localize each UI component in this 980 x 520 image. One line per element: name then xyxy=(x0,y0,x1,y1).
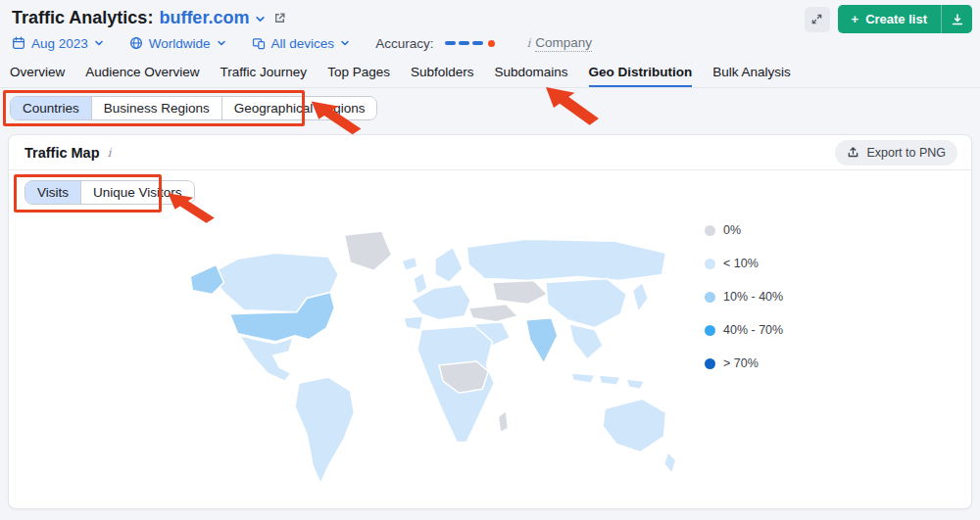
tab-geo-distribution[interactable]: Geo Distribution xyxy=(589,61,693,87)
devices-filter[interactable]: All devices xyxy=(252,36,351,51)
tab-traffic-journey[interactable]: Traffic Journey xyxy=(220,61,308,87)
traffic-map-card: Traffic Map i Export to PNG Visits Uniqu… xyxy=(8,134,972,509)
page-header: Traffic Analytics: buffer.com xyxy=(12,8,286,28)
globe-icon xyxy=(129,36,143,50)
tab-subfolders[interactable]: Subfolders xyxy=(411,61,474,87)
tab-audience-overview[interactable]: Audience Overview xyxy=(85,61,199,87)
chevron-down-icon xyxy=(340,38,350,48)
export-icon xyxy=(847,146,859,159)
info-icon[interactable]: i xyxy=(108,146,112,160)
segment-visits[interactable]: Visits xyxy=(25,181,80,204)
map-legend: 0% < 10% 10% - 40% 40% - 70% > 70% xyxy=(705,223,783,370)
filter-bar: Aug 2023 Worldwide All devices Accuracy:… xyxy=(12,33,592,53)
traffic-map-title: Traffic Map xyxy=(24,145,100,161)
tab-overview[interactable]: Overview xyxy=(10,61,65,87)
map-region-turkey-iran xyxy=(468,305,517,322)
date-filter[interactable]: Aug 2023 xyxy=(12,36,104,51)
accuracy-label: Accuracy: xyxy=(375,36,433,51)
legend-dot xyxy=(705,225,715,236)
legend-item: 10% - 40% xyxy=(705,290,783,304)
legend-item: 0% xyxy=(705,223,783,237)
segment-business-regions[interactable]: Business Regions xyxy=(91,97,221,119)
chevron-down-icon[interactable] xyxy=(255,14,266,24)
plus-icon: + xyxy=(852,12,859,26)
main-nav-tabs: Overview Audience Overview Traffic Journ… xyxy=(0,61,980,88)
map-region-mexico-central-america xyxy=(240,336,293,381)
annotation-arrow-geo-distribution-tab xyxy=(542,84,605,129)
map-region-japan xyxy=(632,282,648,311)
region-filter[interactable]: Worldwide xyxy=(129,36,226,51)
devices-icon xyxy=(252,36,266,50)
info-icon: i xyxy=(526,36,530,50)
segment-unique-visitors[interactable]: Unique Visitors xyxy=(80,181,194,204)
company-link[interactable]: i Company xyxy=(526,35,592,52)
external-link-icon[interactable] xyxy=(273,12,286,24)
tab-top-pages[interactable]: Top Pages xyxy=(327,61,390,87)
create-list-label: Create list xyxy=(865,12,927,26)
map-region-indonesia xyxy=(571,373,620,385)
legend-item: > 70% xyxy=(705,356,783,370)
analyzed-domain[interactable]: buffer.com xyxy=(159,8,249,28)
region-filter-value: Worldwide xyxy=(149,36,211,51)
legend-dot xyxy=(705,358,715,369)
date-filter-value: Aug 2023 xyxy=(31,36,88,51)
expand-button[interactable] xyxy=(805,7,830,32)
download-icon xyxy=(951,13,964,26)
create-list-button[interactable]: + Create list xyxy=(838,5,941,33)
map-region-kazakhstan xyxy=(492,280,547,304)
segment-countries[interactable]: Countries xyxy=(11,97,91,119)
map-region-papua xyxy=(626,379,644,389)
accuracy-meter: Accuracy: xyxy=(375,36,495,51)
segment-geographical-regions[interactable]: Geographical Regions xyxy=(221,97,377,119)
devices-filter-value: All devices xyxy=(271,36,335,51)
tab-bulk-analysis[interactable]: Bulk Analysis xyxy=(712,61,791,87)
legend-dot xyxy=(705,259,715,269)
calendar-icon xyxy=(12,36,25,50)
metric-switcher: Visits Unique Visitors xyxy=(24,180,195,205)
header-actions: + Create list xyxy=(805,5,972,33)
legend-dot xyxy=(705,292,715,303)
map-region-iberia xyxy=(404,316,423,330)
page-title: Traffic Analytics: xyxy=(12,8,153,28)
chevron-down-icon xyxy=(217,38,226,48)
map-region-southeast-asia xyxy=(569,324,603,359)
legend-dot xyxy=(705,325,715,336)
map-region-madagascar xyxy=(498,410,508,432)
world-traffic-map[interactable] xyxy=(177,219,697,505)
region-type-switcher: Countries Business Regions Geographical … xyxy=(10,96,377,120)
legend-item: 40% - 70% xyxy=(705,323,783,337)
download-button[interactable] xyxy=(941,5,972,33)
map-region-australia xyxy=(603,399,665,451)
map-region-china xyxy=(546,278,627,327)
map-region-russia xyxy=(466,239,665,280)
map-region-greenland xyxy=(344,231,391,270)
export-to-png-label: Export to PNG xyxy=(866,146,946,160)
accuracy-meter-icon xyxy=(445,40,495,47)
map-region-united-kingdom xyxy=(414,272,427,294)
map-region-scandinavia xyxy=(435,247,463,282)
map-region-new-zealand xyxy=(664,452,676,474)
map-region-iceland xyxy=(402,257,417,270)
map-region-south-america xyxy=(295,377,354,484)
expand-icon xyxy=(810,13,823,25)
chevron-down-icon xyxy=(94,38,104,48)
tab-subdomains[interactable]: Subdomains xyxy=(494,61,567,87)
company-label: Company xyxy=(535,35,592,52)
traffic-map-header: Traffic Map i Export to PNG xyxy=(9,135,971,170)
legend-item: < 10% xyxy=(705,257,783,270)
map-region-india xyxy=(526,318,558,363)
export-to-png-button[interactable]: Export to PNG xyxy=(835,140,957,165)
